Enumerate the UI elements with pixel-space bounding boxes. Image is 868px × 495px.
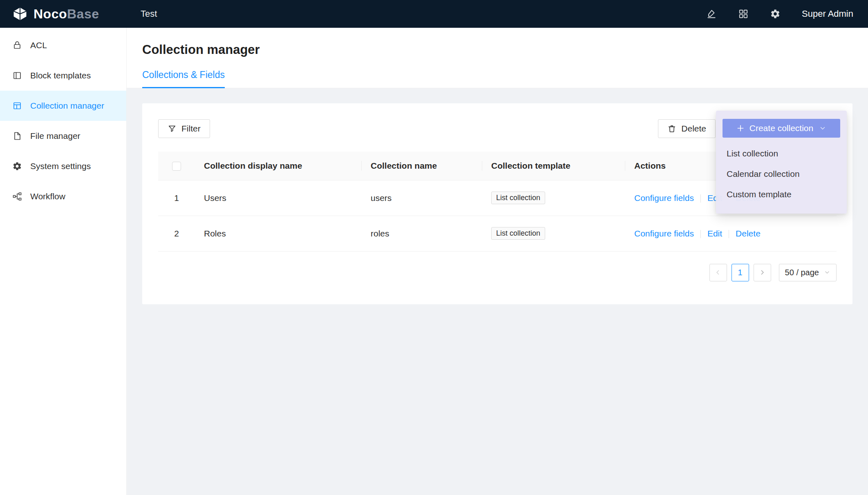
trash-icon bbox=[667, 124, 676, 133]
edit-link[interactable]: Edit bbox=[707, 229, 722, 238]
menu-item-list-collection[interactable]: List collection bbox=[723, 143, 840, 164]
sidebar-item-label: System settings bbox=[30, 161, 91, 171]
cell-name: users bbox=[362, 180, 482, 216]
apps-icon[interactable] bbox=[738, 9, 749, 19]
action-divider bbox=[700, 230, 701, 238]
user-menu[interactable]: Super Admin bbox=[802, 9, 853, 19]
sidebar-item-label: Collection manager bbox=[30, 101, 104, 111]
lock-icon bbox=[12, 40, 22, 50]
pagination-next-button[interactable] bbox=[754, 264, 771, 281]
app-header: NocoBase Test Super Admin bbox=[0, 0, 868, 28]
tabs-bar: Collections & Fields bbox=[127, 69, 868, 88]
menu-item-calendar-collection[interactable]: Calendar collection bbox=[723, 164, 840, 184]
page-header: Collection manager Collections & Fields bbox=[127, 28, 868, 88]
file-icon bbox=[12, 131, 22, 141]
gear-icon[interactable] bbox=[770, 9, 781, 19]
chevron-down-icon bbox=[819, 125, 826, 132]
sidebar-item-label: ACL bbox=[30, 40, 47, 50]
configure-fields-link[interactable]: Configure fields bbox=[634, 193, 694, 203]
cell-display-name: Roles bbox=[195, 216, 362, 251]
block-icon bbox=[12, 71, 22, 80]
sidebar-item-file-manager[interactable]: File manager bbox=[0, 121, 126, 151]
workflow-icon bbox=[12, 192, 22, 201]
column-header-display-name: Collection display name bbox=[195, 152, 362, 180]
create-collection-menu: List collection Calendar collection Cust… bbox=[723, 143, 840, 205]
cell-name: roles bbox=[362, 216, 482, 251]
create-collection-dropdown: Create collection List collection Calend… bbox=[716, 111, 847, 214]
sidebar-item-workflow[interactable]: Workflow bbox=[0, 181, 126, 212]
sidebar-item-label: Workflow bbox=[30, 192, 65, 201]
template-tag: List collection bbox=[491, 192, 545, 204]
create-collection-button[interactable]: Create collection bbox=[723, 119, 840, 138]
row-index: 1 bbox=[158, 180, 195, 216]
gear-icon bbox=[12, 161, 22, 171]
chevron-down-icon bbox=[824, 269, 830, 276]
filter-icon bbox=[168, 124, 177, 133]
sidebar-item-collection-manager[interactable]: Collection manager bbox=[0, 91, 126, 121]
top-menu-item-test[interactable]: Test bbox=[127, 0, 171, 28]
filter-button[interactable]: Filter bbox=[158, 119, 210, 138]
plus-icon bbox=[736, 124, 745, 132]
sidebar: ACL Block templates Collection manager bbox=[0, 28, 127, 495]
action-divider bbox=[729, 230, 729, 238]
sidebar-item-label: Block templates bbox=[30, 71, 91, 80]
tab-collections-fields[interactable]: Collections & Fields bbox=[142, 69, 225, 88]
template-tag: List collection bbox=[491, 227, 545, 240]
menu-item-custom-template[interactable]: Custom template bbox=[723, 184, 840, 205]
page-title: Collection manager bbox=[127, 28, 868, 57]
pagination: 1 50 / page bbox=[158, 264, 837, 281]
pagination-prev-button[interactable] bbox=[709, 264, 727, 281]
page-size-select[interactable]: 50 / page bbox=[779, 264, 837, 281]
content-area: Filter Delete bbox=[127, 88, 868, 495]
column-header-name: Collection name bbox=[362, 152, 482, 180]
action-divider bbox=[700, 194, 701, 203]
logo-text: NocoBase bbox=[34, 7, 99, 22]
delete-button[interactable]: Delete bbox=[658, 119, 716, 138]
sidebar-item-system-settings[interactable]: System settings bbox=[0, 151, 126, 181]
sidebar-item-acl[interactable]: ACL bbox=[0, 30, 126, 60]
cell-display-name: Users bbox=[195, 180, 362, 216]
table-row: 2 Roles roles List collection Configure … bbox=[158, 216, 837, 251]
main-area: Collection manager Collections & Fields … bbox=[127, 28, 868, 495]
sidebar-item-block-templates[interactable]: Block templates bbox=[0, 60, 126, 91]
select-all-checkbox[interactable] bbox=[172, 162, 181, 171]
row-index: 2 bbox=[158, 216, 195, 251]
delete-link[interactable]: Delete bbox=[736, 229, 761, 238]
collection-icon bbox=[12, 101, 22, 111]
sidebar-item-label: File manager bbox=[30, 131, 81, 141]
pagination-page-1[interactable]: 1 bbox=[732, 264, 749, 281]
logo-cube-icon bbox=[12, 6, 28, 22]
highlighter-icon[interactable] bbox=[706, 9, 717, 19]
collections-card: Filter Delete bbox=[142, 103, 852, 304]
column-header-template: Collection template bbox=[482, 152, 625, 180]
configure-fields-link[interactable]: Configure fields bbox=[634, 229, 694, 238]
logo[interactable]: NocoBase bbox=[0, 6, 127, 22]
